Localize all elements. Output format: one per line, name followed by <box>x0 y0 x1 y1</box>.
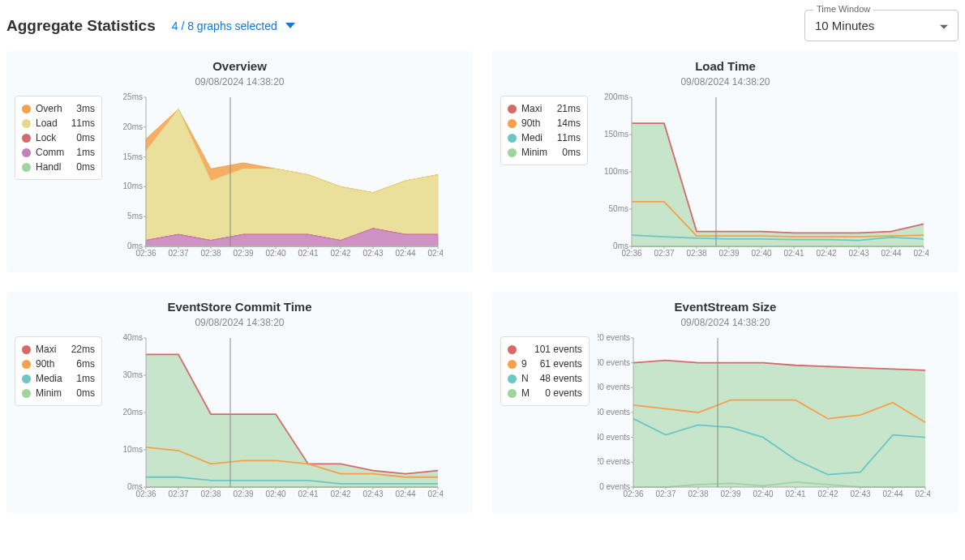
svg-text:80 events: 80 events <box>598 383 630 391</box>
svg-text:02:38: 02:38 <box>688 489 708 498</box>
legend-item[interactable]: Medi11ms <box>508 130 581 145</box>
svg-text:50ms: 50ms <box>609 204 628 213</box>
legend-item[interactable]: 101 events <box>508 342 582 357</box>
graph-selector[interactable]: 4 / 8 graphs selected <box>172 19 295 32</box>
legend-item[interactable]: 90th14ms <box>508 116 581 130</box>
svg-text:02:40: 02:40 <box>265 249 285 258</box>
svg-text:02:37: 02:37 <box>655 489 676 498</box>
svg-text:150ms: 150ms <box>604 130 628 139</box>
svg-text:10ms: 10ms <box>123 182 143 190</box>
legend-swatch-icon <box>22 105 31 113</box>
chart-row: Maxi22ms90th6msMedia1msMinim0ms0ms10ms20… <box>15 333 465 503</box>
svg-text:02:37: 02:37 <box>654 249 674 258</box>
legend-item[interactable]: Maxi21ms <box>508 101 581 116</box>
svg-text:02:45: 02:45 <box>913 249 929 258</box>
svg-text:02:43: 02:43 <box>850 489 870 498</box>
svg-text:20 events: 20 events <box>598 333 630 342</box>
legend-label: Minim <box>521 147 547 158</box>
svg-text:02:41: 02:41 <box>785 489 805 498</box>
chevron-down-icon <box>285 23 295 28</box>
legend-swatch-icon <box>22 374 31 383</box>
chart-legend: Maxi22ms90th6msMedia1msMinim0ms <box>15 336 102 406</box>
legend-label: 9 <box>521 358 527 370</box>
legend-label: Overh <box>36 103 62 114</box>
legend-value: 48 events <box>534 373 582 384</box>
legend-item[interactable]: Media1ms <box>22 371 95 386</box>
legend-item[interactable]: Load11ms <box>22 116 95 130</box>
svg-text:15ms: 15ms <box>123 152 143 161</box>
legend-value: 11ms <box>551 132 581 143</box>
svg-text:02:45: 02:45 <box>427 489 443 498</box>
chart-row: 101 events961 eventsN48 eventsM0 events0… <box>500 333 950 503</box>
svg-text:02:41: 02:41 <box>783 249 804 258</box>
svg-text:02:37: 02:37 <box>168 249 188 258</box>
chart-legend: Maxi21ms90th14msMedi11msMinim0ms <box>500 96 588 165</box>
svg-text:02:42: 02:42 <box>816 249 836 258</box>
legend-label: Maxi <box>36 344 56 355</box>
charts-grid: Overview09/08/2024 14:38:20Overh3msLoad1… <box>6 51 959 513</box>
legend-label: Maxi <box>521 103 542 114</box>
legend-value: 21ms <box>551 103 581 114</box>
svg-text:30ms: 30ms <box>123 370 143 379</box>
svg-text:02:39: 02:39 <box>718 249 739 258</box>
svg-text:02:38: 02:38 <box>200 489 221 498</box>
chart-timestamp: 09/08/2024 14:38:20 <box>500 317 950 328</box>
legend-swatch-icon <box>508 345 517 354</box>
svg-text:00 events: 00 events <box>598 358 630 367</box>
svg-text:02:45: 02:45 <box>427 249 443 258</box>
svg-text:40 events: 40 events <box>598 433 630 442</box>
time-window-select[interactable]: Time Window 10 Minutes <box>804 10 959 41</box>
svg-text:02:39: 02:39 <box>233 489 253 498</box>
svg-text:02:40: 02:40 <box>751 249 771 258</box>
chart-card-overview: Overview09/08/2024 14:38:20Overh3msLoad1… <box>6 51 473 272</box>
chart-plot[interactable]: 0 events20 events40 events60 events80 ev… <box>598 333 950 503</box>
legend-item[interactable]: Lock0ms <box>22 130 95 145</box>
svg-text:02:36: 02:36 <box>623 489 643 498</box>
svg-text:02:36: 02:36 <box>135 489 156 498</box>
legend-value: 0 events <box>538 387 581 399</box>
chart-plot[interactable]: 0ms50ms100ms150ms200ms02:3602:3702:3802:… <box>596 92 950 263</box>
legend-item[interactable]: N48 events <box>508 371 582 386</box>
page-header: Aggregate Statistics 4 / 8 graphs select… <box>6 6 959 51</box>
legend-value: 1ms <box>70 373 95 384</box>
svg-text:25ms: 25ms <box>123 92 143 101</box>
chart-card-loadtime: Load Time09/08/2024 14:38:20Maxi21ms90th… <box>492 51 959 272</box>
legend-item[interactable]: 90th6ms <box>22 357 95 371</box>
legend-item[interactable]: Minim0ms <box>508 145 581 160</box>
chart-row: Maxi21ms90th14msMedi11msMinim0ms0ms50ms1… <box>500 92 950 263</box>
legend-swatch-icon <box>22 389 31 398</box>
chart-title: EventStream Size <box>500 300 950 314</box>
svg-text:02:44: 02:44 <box>881 249 901 258</box>
svg-text:02:42: 02:42 <box>330 249 350 258</box>
legend-label: 90th <box>521 118 540 129</box>
legend-swatch-icon <box>22 119 31 128</box>
graph-selector-label: 4 / 8 graphs selected <box>172 19 277 32</box>
svg-text:02:40: 02:40 <box>753 489 773 498</box>
legend-item[interactable]: Maxi22ms <box>22 342 95 357</box>
svg-text:02:38: 02:38 <box>686 249 706 258</box>
svg-text:200ms: 200ms <box>604 92 628 101</box>
legend-swatch-icon <box>508 105 517 113</box>
legend-label: Minim <box>36 387 62 399</box>
legend-item[interactable]: M0 events <box>508 386 582 400</box>
time-window-value: 10 Minutes <box>815 19 874 32</box>
legend-item[interactable]: Overh3ms <box>22 101 95 116</box>
chart-plot[interactable]: 0ms5ms10ms15ms20ms25ms02:3602:3702:3802:… <box>110 92 465 263</box>
svg-text:20ms: 20ms <box>123 122 143 131</box>
page-title: Aggregate Statistics <box>6 17 156 35</box>
svg-text:02:43: 02:43 <box>848 249 868 258</box>
legend-item[interactable]: 961 events <box>508 357 582 371</box>
chart-plot[interactable]: 0ms10ms20ms30ms40ms02:3602:3702:3802:390… <box>110 333 465 503</box>
legend-item[interactable]: Minim0ms <box>22 386 95 400</box>
legend-label: Handl <box>36 161 61 173</box>
legend-item[interactable]: Handl0ms <box>22 160 95 174</box>
svg-text:02:43: 02:43 <box>362 249 383 258</box>
legend-label: Lock <box>36 132 56 143</box>
legend-value: 6ms <box>70 358 95 370</box>
legend-value: 0ms <box>70 161 95 173</box>
legend-swatch-icon <box>22 134 31 143</box>
legend-swatch-icon <box>22 148 31 157</box>
chart-legend: Overh3msLoad11msLock0msComm1msHandl0ms <box>15 96 102 180</box>
legend-item[interactable]: Comm1ms <box>22 145 95 160</box>
svg-text:02:44: 02:44 <box>395 489 415 498</box>
